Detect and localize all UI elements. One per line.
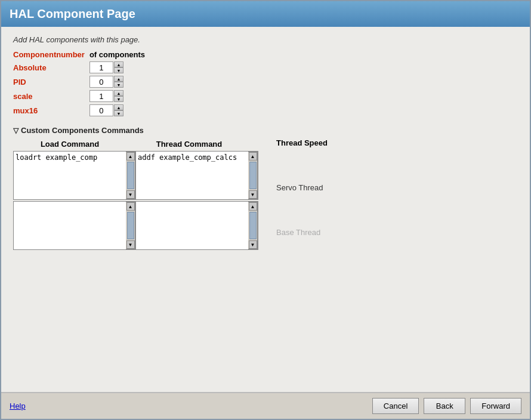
scroll-down-icon[interactable]: ▼ [126, 240, 135, 249]
scroll-down-icon[interactable]: ▼ [249, 190, 257, 199]
spin-up-button[interactable]: ▲ [114, 90, 124, 96]
spin-buttons: ▲▼ [114, 104, 124, 116]
collapse-arrow-icon[interactable]: ▽ [13, 126, 18, 135]
thread-speed-area: Thread Speed Servo Thread Base Thread [276, 138, 328, 237]
spin-container: ▲▼ [89, 76, 145, 88]
scroll-thumb [127, 212, 134, 239]
spin-down-button[interactable]: ▼ [114, 110, 124, 116]
command-row-2: ▲ ▼ ▲ ▼ [13, 201, 258, 250]
component-value-cell: ▲▼ [89, 60, 150, 75]
col-thread-header: Thread Command [126, 138, 252, 151]
spin-down-button[interactable]: ▼ [114, 96, 124, 102]
load-scrollbar-2[interactable]: ▲ ▼ [126, 202, 135, 249]
scroll-thumb [249, 212, 257, 239]
content-area: Add HAL components with this page. Compo… [1, 27, 530, 392]
component-name-cell: mux16 [13, 103, 89, 118]
thread-command-1[interactable]: addf example_comp_calcs [136, 152, 248, 199]
title-bar: HAL Component Page [1, 1, 530, 27]
spin-container: ▲▼ [89, 104, 145, 116]
spin-container: ▲▼ [89, 61, 145, 73]
spin-down-button[interactable]: ▼ [114, 82, 124, 88]
custom-commands-label: Custom Components Commands [21, 126, 144, 135]
scroll-up-icon[interactable]: ▲ [126, 202, 135, 211]
base-thread-label: Base Thread [276, 228, 328, 237]
component-name-cell: scale [13, 89, 89, 103]
component-name-cell: PID [13, 75, 89, 89]
spin-input[interactable] [89, 90, 113, 102]
spin-up-button[interactable]: ▲ [114, 76, 124, 82]
thread-command-2[interactable] [136, 202, 248, 249]
spin-up-button[interactable]: ▲ [114, 104, 124, 110]
commands-grid: Load Command Thread Command loadrt examp… [13, 138, 258, 251]
command-row-1: loadrt example_comp ▲ ▼ addf example_com… [13, 151, 258, 200]
col-load-header: Load Command [13, 138, 126, 151]
servo-thread-label: Servo Thread [276, 183, 328, 192]
window-title: HAL Component Page [10, 7, 135, 20]
scroll-up-icon[interactable]: ▲ [249, 152, 257, 160]
scroll-thumb [249, 162, 257, 189]
load-scrollbar-1[interactable]: ▲ ▼ [126, 152, 135, 199]
component-row: scale▲▼ [13, 89, 150, 103]
footer-right: Cancel Back Forward [372, 398, 521, 414]
custom-commands-header: ▽ Custom Components Commands [13, 126, 518, 135]
thread-speed-header: Thread Speed [276, 138, 328, 147]
load-command-1[interactable]: loadrt example_comp [14, 152, 126, 199]
forward-button[interactable]: Forward [470, 398, 521, 414]
scroll-down-icon[interactable]: ▼ [249, 240, 257, 249]
thread-scrollbar-2[interactable]: ▲ ▼ [248, 202, 258, 249]
main-window: HAL Component Page Add HAL components wi… [0, 0, 531, 420]
load-command-2[interactable] [14, 202, 126, 249]
spin-buttons: ▲▼ [114, 76, 124, 88]
component-value-cell: ▲▼ [89, 75, 150, 89]
thread-scrollbar-1[interactable]: ▲ ▼ [248, 152, 258, 199]
spin-container: ▲▼ [89, 90, 145, 102]
component-value-cell: ▲▼ [89, 89, 150, 103]
description-text: Add HAL components with this page. [13, 35, 518, 44]
spin-input[interactable] [89, 104, 113, 116]
back-button[interactable]: Back [424, 398, 465, 414]
components-table: Componentnumber of components Absolute▲▼… [13, 49, 518, 118]
cancel-button[interactable]: Cancel [372, 398, 419, 414]
commands-headers: Load Command Thread Command [13, 138, 258, 151]
scroll-down-icon[interactable]: ▼ [126, 190, 135, 199]
component-value-cell: ▲▼ [89, 103, 150, 118]
footer: Help Cancel Back Forward [1, 392, 530, 419]
help-button[interactable]: Help [10, 402, 26, 410]
scroll-thumb [127, 162, 134, 189]
scroll-up-icon[interactable]: ▲ [249, 202, 257, 211]
spin-buttons: ▲▼ [114, 61, 124, 73]
col-count-header: of components [89, 49, 150, 60]
component-row: PID▲▼ [13, 75, 150, 89]
spin-down-button[interactable]: ▼ [114, 67, 124, 73]
custom-commands-area: Load Command Thread Command loadrt examp… [13, 138, 518, 251]
component-name-cell: Absolute [13, 60, 89, 75]
scroll-up-icon[interactable]: ▲ [126, 152, 135, 160]
spin-up-button[interactable]: ▲ [114, 61, 124, 67]
footer-left: Help [10, 402, 26, 410]
spin-input[interactable] [89, 61, 113, 73]
spin-input[interactable] [89, 76, 113, 88]
col-component-header: Componentnumber [13, 49, 89, 60]
component-row: mux16▲▼ [13, 103, 150, 118]
component-row: Absolute▲▼ [13, 60, 150, 75]
spin-buttons: ▲▼ [114, 90, 124, 102]
